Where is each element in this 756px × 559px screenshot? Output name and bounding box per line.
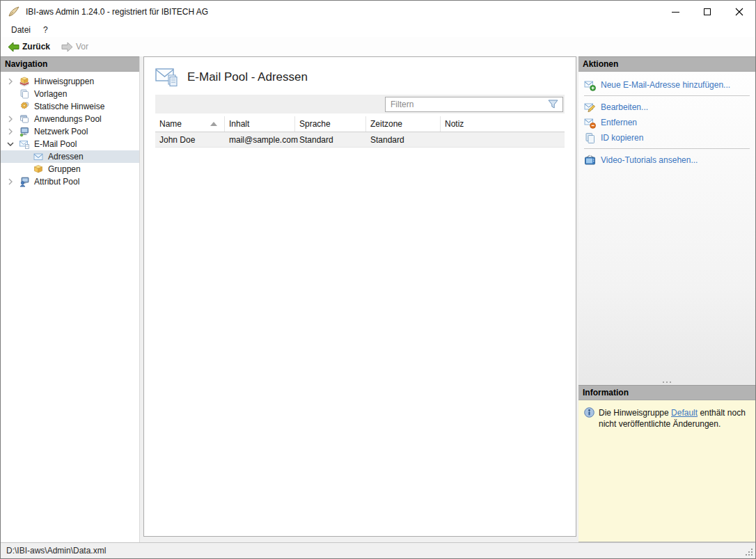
menu-help[interactable]: ? <box>37 24 54 36</box>
column-header-zeitzone[interactable]: Zeitzone <box>366 116 441 132</box>
divider <box>584 95 750 96</box>
copy-icon <box>584 132 596 144</box>
information-text: Die Hinweisgruppe Default enthält noch n… <box>599 407 748 430</box>
addresses-table: Name Inhalt Sprache Zeitzone Notiz John … <box>155 116 565 148</box>
action-video-tutorials[interactable]: Video-Tutorials ansehen... <box>578 152 755 168</box>
cell-inhalt: mail@sample.com <box>225 132 295 147</box>
action-label: Entfernen <box>601 118 637 127</box>
forward-button[interactable]: Vor <box>57 40 93 54</box>
action-label: Video-Tutorials ansehen... <box>601 155 698 165</box>
tree-item-netzwerk-pool[interactable]: Netzwerk Pool <box>1 125 139 138</box>
mail-add-icon <box>584 79 596 91</box>
table-row[interactable]: John Doe mail@sample.com Standard Standa… <box>155 132 565 148</box>
chevron-none <box>5 151 16 162</box>
information-panel: Die Hinweisgruppe Default enthält noch n… <box>578 400 755 542</box>
notice-group-stack-icon <box>19 76 30 87</box>
minimize-icon <box>672 12 679 13</box>
chevron-none <box>5 88 16 100</box>
column-header-label: Inhalt <box>229 119 249 129</box>
action-copy-id[interactable]: ID kopieren <box>578 130 755 145</box>
app-windows-icon <box>19 113 30 125</box>
mail-pool-icon <box>19 139 30 150</box>
tree-item-adressen[interactable]: Adressen <box>1 150 139 163</box>
page-header: E-Mail Pool - Adressen <box>144 57 576 95</box>
quill-app-icon <box>8 6 20 18</box>
info-circle-icon <box>584 407 594 418</box>
cell-sprache: Standard <box>295 132 366 147</box>
column-header-label: Name <box>159 119 182 129</box>
chevron-right-icon[interactable] <box>5 176 16 187</box>
tree-item-statische-hinweise[interactable]: Statische Hinweise <box>1 100 139 113</box>
main-panel: E-Mail Pool - Adressen Name <box>143 56 576 537</box>
information-header: Information <box>578 385 755 400</box>
tree-item-label: Vorlagen <box>34 89 67 99</box>
cell-name: John Doe <box>155 132 225 147</box>
minimize-button[interactable] <box>659 1 691 23</box>
column-header-name[interactable]: Name <box>155 116 225 132</box>
window-title: IBI-aws Admin 1.24.0 - registriert für I… <box>26 7 659 17</box>
forward-label: Vor <box>76 42 88 52</box>
tree-item-hinweisgruppen[interactable]: Hinweisgruppen <box>1 75 139 88</box>
tree-item-label: Gruppen <box>48 164 81 174</box>
tree-item-gruppen[interactable]: Gruppen <box>1 163 139 175</box>
chevron-right-icon[interactable] <box>5 113 16 125</box>
filter-strip <box>155 95 565 113</box>
chevron-right-icon[interactable] <box>5 126 16 137</box>
gear-icon <box>19 101 30 112</box>
mail-pages-icon <box>155 68 179 87</box>
action-edit[interactable]: Bearbeiten... <box>578 100 755 115</box>
column-header-sprache[interactable]: Sprache <box>295 116 366 132</box>
column-header-label: Notiz <box>445 119 464 129</box>
tree-item-email-pool[interactable]: E-Mail Pool <box>1 138 139 150</box>
divider <box>584 148 750 149</box>
default-group-link[interactable]: Default <box>671 408 698 418</box>
tree-item-label: Attribut Pool <box>34 177 79 187</box>
mail-remove-icon <box>584 117 596 129</box>
close-button[interactable] <box>723 1 755 23</box>
table-header-row: Name Inhalt Sprache Zeitzone Notiz <box>155 116 565 132</box>
envelope-icon <box>33 151 44 162</box>
chevron-right-icon[interactable] <box>5 76 16 87</box>
chevron-down-icon[interactable] <box>5 139 16 150</box>
content-area: Navigation Hinw <box>1 56 755 542</box>
filter-input[interactable] <box>386 100 547 109</box>
side-panel: Aktionen Neue E-Mail-Adresse hinzufügen.… <box>578 56 755 542</box>
cell-zeitzone: Standard <box>366 132 441 147</box>
chevron-none <box>5 164 16 175</box>
tree-item-vorlagen[interactable]: Vorlagen <box>1 88 139 100</box>
cell-notiz <box>441 132 565 147</box>
action-label: Neue E-Mail-Adresse hinzufügen... <box>601 80 730 90</box>
tree-item-attribut-pool[interactable]: Attribut Pool <box>1 175 139 188</box>
resize-grip[interactable] <box>745 548 754 557</box>
title-bar: IBI-aws Admin 1.24.0 - registriert für I… <box>1 1 755 23</box>
actions-area: Neue E-Mail-Adresse hinzufügen... Bearbe… <box>578 72 755 379</box>
tree-item-label: Netzwerk Pool <box>34 127 88 136</box>
page-title: E-Mail Pool - Adressen <box>187 70 308 84</box>
column-header-notiz[interactable]: Notiz <box>441 116 565 132</box>
video-tv-icon <box>584 155 596 166</box>
mail-edit-icon <box>584 102 596 113</box>
action-add-email-address[interactable]: Neue E-Mail-Adresse hinzufügen... <box>578 77 755 93</box>
navigation-panel: Navigation Hinw <box>1 56 140 542</box>
action-remove[interactable]: Entfernen <box>578 115 755 130</box>
filter-funnel-icon[interactable] <box>547 99 559 110</box>
column-header-inhalt[interactable]: Inhalt <box>225 116 295 132</box>
close-icon <box>735 8 743 16</box>
forward-arrow-icon <box>61 42 73 52</box>
chevron-none <box>5 101 16 112</box>
actions-header: Aktionen <box>578 56 755 72</box>
back-button[interactable]: Zurück <box>3 40 54 54</box>
app-window: IBI-aws Admin 1.24.0 - registriert für I… <box>0 0 756 559</box>
panel-splitter[interactable] <box>578 379 755 385</box>
maximize-button[interactable] <box>691 1 723 23</box>
main-panel-wrap: E-Mail Pool - Adressen Name <box>140 56 578 542</box>
tree-item-label: Anwendungs Pool <box>34 114 102 124</box>
tree-item-label: Adressen <box>48 152 84 162</box>
tree-item-label: Hinweisgruppen <box>34 77 94 86</box>
menu-datei[interactable]: Datei <box>5 24 37 36</box>
toolbar: Zurück Vor <box>1 37 755 56</box>
maximize-icon <box>704 8 711 15</box>
tree-item-anwendungs-pool[interactable]: Anwendungs Pool <box>1 113 139 125</box>
column-header-label: Sprache <box>299 119 331 129</box>
splitter-grip-icon <box>666 381 668 383</box>
